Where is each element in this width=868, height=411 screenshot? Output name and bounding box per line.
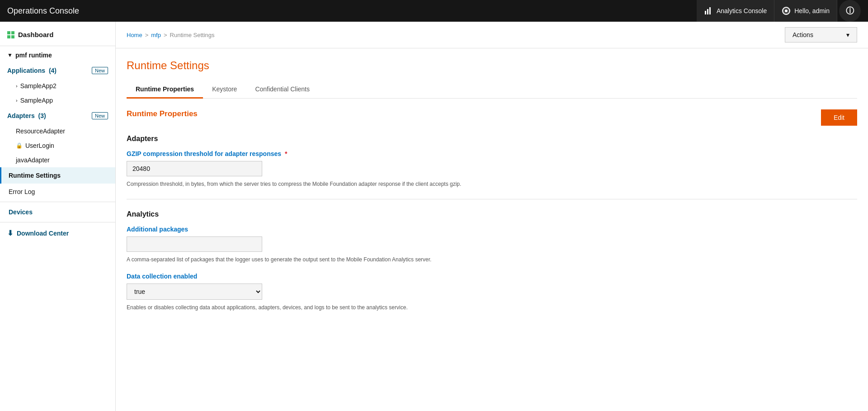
breadcrumb: Home > mfp > Runtime Settings (127, 32, 215, 38)
analytics-console-button[interactable]: Analytics Console (697, 0, 774, 22)
download-center-label: Download Center (17, 230, 69, 237)
download-icon: ⬇ (7, 229, 13, 237)
sidebar-item-runtime-settings[interactable]: Runtime Settings (0, 167, 115, 184)
data-collection-hint: Enables or disables collecting data abou… (127, 303, 533, 312)
page-title: Runtime Settings (127, 59, 857, 72)
sidebar-item-javaadapter[interactable]: javaAdapter (0, 153, 115, 167)
tab-runtime-properties[interactable]: Runtime Properties (127, 81, 203, 99)
tabs: Runtime Properties Keystore Confidential… (127, 81, 857, 99)
analytics-icon (704, 6, 713, 15)
hello-admin-button[interactable]: Hello, admin (774, 0, 837, 22)
lock-icon: 🔒 (16, 142, 23, 149)
gzip-required: * (285, 150, 287, 157)
svg-rect-1 (707, 9, 708, 14)
error-log-label: Error Log (9, 188, 35, 195)
top-nav-right: Analytics Console Hello, admin ⓘ (697, 0, 861, 22)
chevron-right-icon: › (16, 83, 18, 89)
sidebar-item-download-center[interactable]: ⬇ Download Center (0, 224, 115, 242)
applications-label: Applications (4) (7, 67, 57, 74)
app-title: Operations Console (7, 6, 697, 16)
analytics-console-label: Analytics Console (717, 7, 767, 14)
runtime-properties-header: Runtime Properties Edit (127, 109, 857, 126)
breadcrumb-home[interactable]: Home (127, 32, 142, 38)
edit-button[interactable]: Edit (821, 109, 857, 126)
dashboard-label: Dashboard (18, 31, 53, 38)
svg-rect-2 (709, 7, 711, 14)
sidebar-divider-1 (0, 46, 115, 46)
svg-point-3 (785, 9, 788, 12)
settings-icon (782, 6, 791, 15)
sidebar-item-devices[interactable]: Devices (0, 204, 115, 220)
hello-admin-label: Hello, admin (794, 7, 830, 14)
breadcrumb-current: Runtime Settings (170, 32, 215, 38)
section-divider (127, 199, 857, 199)
actions-dropdown[interactable]: Actions ▾ (785, 27, 857, 43)
main-layout: Dashboard ▼ pmf runtime Applications (4)… (0, 22, 868, 411)
tab-confidential-clients[interactable]: Confidential Clients (246, 81, 319, 99)
runtime-properties-title: Runtime Properties (127, 109, 198, 118)
tab-keystore[interactable]: Keystore (203, 81, 246, 99)
pmf-runtime-label: pmf runtime (15, 52, 52, 59)
sidebar-item-dashboard[interactable]: Dashboard (0, 25, 115, 44)
sidebar-item-userlogin[interactable]: 🔒 UserLogin (0, 138, 115, 153)
additional-packages-hint: A comma-separated list of packages that … (127, 255, 533, 264)
actions-label: Actions (793, 31, 813, 38)
info-button[interactable]: ⓘ (839, 0, 861, 22)
adapters-subsection: Adapters GZIP compression threshold for … (127, 135, 857, 188)
gzip-hint: Compression threshold, in bytes, from wh… (127, 180, 533, 188)
sidebar-divider-3 (0, 222, 115, 222)
sidebar-item-sampleapp2[interactable]: › SampleApp2 (0, 79, 115, 93)
sidebar-item-resourceadapter[interactable]: ResourceAdapter (0, 124, 115, 138)
analytics-subsection: Analytics Additional packages A comma-se… (127, 210, 857, 312)
breadcrumb-mfp[interactable]: mfp (151, 32, 161, 38)
breadcrumb-sep1: > (145, 32, 149, 38)
sidebar-item-pmf-runtime[interactable]: ▼ pmf runtime (0, 48, 115, 62)
breadcrumb-sep2: > (164, 32, 167, 38)
chevron-down-icon: ▾ (846, 31, 849, 38)
breadcrumb-bar: Home > mfp > Runtime Settings Actions ▾ (116, 22, 868, 48)
top-navigation: Operations Console Analytics Console Hel (0, 0, 868, 22)
chevron-right-icon: › (16, 98, 18, 103)
devices-label: Devices (9, 208, 33, 216)
dashboard-icon (7, 31, 14, 38)
adapters-label: Adapters (3) (7, 112, 46, 119)
chevron-down-icon: ▼ (7, 52, 13, 58)
data-collection-label: Data collection enabled (127, 273, 857, 280)
sidebar: Dashboard ▼ pmf runtime Applications (4)… (0, 22, 116, 411)
info-icon: ⓘ (846, 5, 854, 16)
adapters-subsection-title: Adapters (127, 135, 857, 143)
additional-packages-label: Additional packages (127, 226, 857, 233)
analytics-subsection-title: Analytics (127, 210, 857, 218)
page-body: Runtime Settings Runtime Properties Keys… (116, 48, 868, 331)
adapters-new-badge[interactable]: New (92, 112, 108, 119)
data-collection-select[interactable]: true false (127, 283, 262, 300)
gzip-field-label: GZIP compression threshold for adapter r… (127, 150, 857, 157)
sidebar-item-sampleapp[interactable]: › SampleApp (0, 93, 115, 108)
sidebar-section-applications[interactable]: Applications (4) New (0, 62, 115, 79)
applications-new-badge[interactable]: New (92, 67, 108, 74)
sidebar-section-adapters[interactable]: Adapters (3) New (0, 108, 115, 124)
gzip-input[interactable] (127, 161, 262, 176)
runtime-settings-label: Runtime Settings (9, 172, 61, 179)
sidebar-item-error-log[interactable]: Error Log (0, 184, 115, 200)
svg-rect-0 (705, 11, 706, 14)
main-content: Home > mfp > Runtime Settings Actions ▾ … (116, 22, 868, 411)
additional-packages-input[interactable] (127, 236, 262, 252)
sidebar-divider-2 (0, 202, 115, 202)
